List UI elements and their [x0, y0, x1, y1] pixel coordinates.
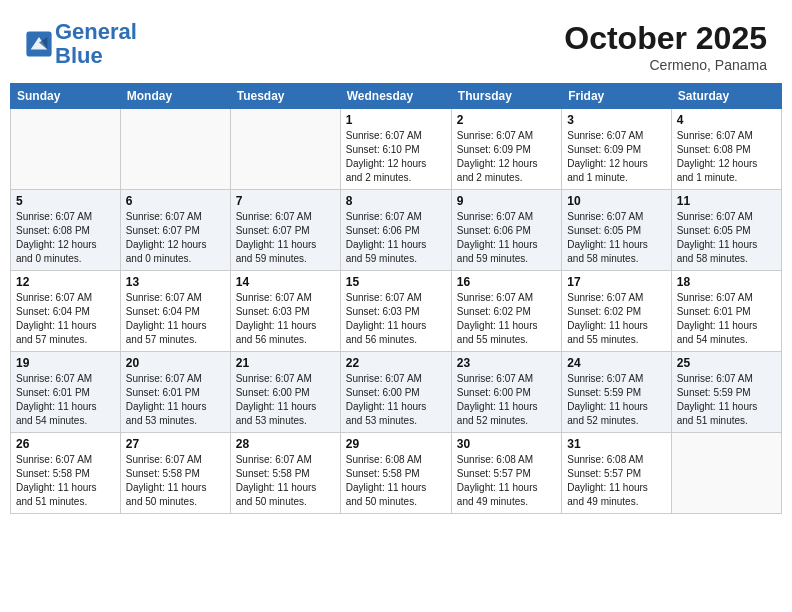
weekday-header: Wednesday: [340, 84, 451, 109]
calendar-cell: 9Sunrise: 6:07 AM Sunset: 6:06 PM Daylig…: [451, 190, 561, 271]
calendar-cell: 19Sunrise: 6:07 AM Sunset: 6:01 PM Dayli…: [11, 352, 121, 433]
calendar-cell: 3Sunrise: 6:07 AM Sunset: 6:09 PM Daylig…: [562, 109, 671, 190]
day-number: 8: [346, 194, 446, 208]
day-info: Sunrise: 6:08 AM Sunset: 5:57 PM Dayligh…: [567, 453, 665, 509]
calendar-cell: 1Sunrise: 6:07 AM Sunset: 6:10 PM Daylig…: [340, 109, 451, 190]
day-number: 18: [677, 275, 776, 289]
day-number: 20: [126, 356, 225, 370]
calendar-week-row: 1Sunrise: 6:07 AM Sunset: 6:10 PM Daylig…: [11, 109, 782, 190]
day-info: Sunrise: 6:07 AM Sunset: 6:09 PM Dayligh…: [567, 129, 665, 185]
calendar-cell: 30Sunrise: 6:08 AM Sunset: 5:57 PM Dayli…: [451, 433, 561, 514]
calendar-cell: 17Sunrise: 6:07 AM Sunset: 6:02 PM Dayli…: [562, 271, 671, 352]
month-title: October 2025: [564, 20, 767, 57]
calendar-week-row: 26Sunrise: 6:07 AM Sunset: 5:58 PM Dayli…: [11, 433, 782, 514]
logo-icon: [25, 30, 53, 58]
day-number: 4: [677, 113, 776, 127]
day-number: 23: [457, 356, 556, 370]
day-number: 5: [16, 194, 115, 208]
day-number: 17: [567, 275, 665, 289]
day-info: Sunrise: 6:07 AM Sunset: 5:59 PM Dayligh…: [677, 372, 776, 428]
day-number: 2: [457, 113, 556, 127]
day-info: Sunrise: 6:07 AM Sunset: 6:04 PM Dayligh…: [126, 291, 225, 347]
day-info: Sunrise: 6:07 AM Sunset: 6:02 PM Dayligh…: [567, 291, 665, 347]
day-number: 10: [567, 194, 665, 208]
day-info: Sunrise: 6:07 AM Sunset: 6:05 PM Dayligh…: [677, 210, 776, 266]
day-number: 14: [236, 275, 335, 289]
calendar-cell: 7Sunrise: 6:07 AM Sunset: 6:07 PM Daylig…: [230, 190, 340, 271]
day-number: 11: [677, 194, 776, 208]
calendar-cell: 15Sunrise: 6:07 AM Sunset: 6:03 PM Dayli…: [340, 271, 451, 352]
day-number: 31: [567, 437, 665, 451]
calendar-cell: [11, 109, 121, 190]
weekday-header: Tuesday: [230, 84, 340, 109]
day-number: 16: [457, 275, 556, 289]
day-info: Sunrise: 6:08 AM Sunset: 5:58 PM Dayligh…: [346, 453, 446, 509]
day-number: 7: [236, 194, 335, 208]
calendar-cell: 20Sunrise: 6:07 AM Sunset: 6:01 PM Dayli…: [120, 352, 230, 433]
calendar-cell: 28Sunrise: 6:07 AM Sunset: 5:58 PM Dayli…: [230, 433, 340, 514]
day-number: 27: [126, 437, 225, 451]
calendar-cell: 14Sunrise: 6:07 AM Sunset: 6:03 PM Dayli…: [230, 271, 340, 352]
calendar-week-row: 12Sunrise: 6:07 AM Sunset: 6:04 PM Dayli…: [11, 271, 782, 352]
calendar-cell: 13Sunrise: 6:07 AM Sunset: 6:04 PM Dayli…: [120, 271, 230, 352]
day-info: Sunrise: 6:07 AM Sunset: 6:00 PM Dayligh…: [236, 372, 335, 428]
calendar-cell: [120, 109, 230, 190]
day-number: 24: [567, 356, 665, 370]
day-number: 22: [346, 356, 446, 370]
title-block: October 2025 Cermeno, Panama: [564, 20, 767, 73]
calendar-cell: 4Sunrise: 6:07 AM Sunset: 6:08 PM Daylig…: [671, 109, 781, 190]
calendar-header-row: SundayMondayTuesdayWednesdayThursdayFrid…: [11, 84, 782, 109]
weekday-header: Monday: [120, 84, 230, 109]
calendar-cell: 11Sunrise: 6:07 AM Sunset: 6:05 PM Dayli…: [671, 190, 781, 271]
calendar-cell: 8Sunrise: 6:07 AM Sunset: 6:06 PM Daylig…: [340, 190, 451, 271]
weekday-header: Sunday: [11, 84, 121, 109]
calendar-cell: 2Sunrise: 6:07 AM Sunset: 6:09 PM Daylig…: [451, 109, 561, 190]
day-info: Sunrise: 6:07 AM Sunset: 6:01 PM Dayligh…: [126, 372, 225, 428]
calendar-cell: [671, 433, 781, 514]
location-subtitle: Cermeno, Panama: [564, 57, 767, 73]
day-number: 21: [236, 356, 335, 370]
day-info: Sunrise: 6:07 AM Sunset: 6:00 PM Dayligh…: [346, 372, 446, 428]
day-info: Sunrise: 6:07 AM Sunset: 6:05 PM Dayligh…: [567, 210, 665, 266]
day-info: Sunrise: 6:07 AM Sunset: 6:03 PM Dayligh…: [346, 291, 446, 347]
calendar-cell: 27Sunrise: 6:07 AM Sunset: 5:58 PM Dayli…: [120, 433, 230, 514]
day-number: 29: [346, 437, 446, 451]
day-info: Sunrise: 6:07 AM Sunset: 6:01 PM Dayligh…: [677, 291, 776, 347]
logo-line2: Blue: [55, 43, 103, 68]
day-info: Sunrise: 6:07 AM Sunset: 6:07 PM Dayligh…: [126, 210, 225, 266]
day-info: Sunrise: 6:07 AM Sunset: 6:08 PM Dayligh…: [677, 129, 776, 185]
calendar-cell: [230, 109, 340, 190]
calendar-cell: 31Sunrise: 6:08 AM Sunset: 5:57 PM Dayli…: [562, 433, 671, 514]
day-info: Sunrise: 6:07 AM Sunset: 6:07 PM Dayligh…: [236, 210, 335, 266]
calendar-cell: 26Sunrise: 6:07 AM Sunset: 5:58 PM Dayli…: [11, 433, 121, 514]
calendar-cell: 16Sunrise: 6:07 AM Sunset: 6:02 PM Dayli…: [451, 271, 561, 352]
day-info: Sunrise: 6:07 AM Sunset: 6:02 PM Dayligh…: [457, 291, 556, 347]
day-info: Sunrise: 6:07 AM Sunset: 6:00 PM Dayligh…: [457, 372, 556, 428]
day-number: 15: [346, 275, 446, 289]
day-info: Sunrise: 6:07 AM Sunset: 6:04 PM Dayligh…: [16, 291, 115, 347]
calendar-body: 1Sunrise: 6:07 AM Sunset: 6:10 PM Daylig…: [11, 109, 782, 514]
day-info: Sunrise: 6:07 AM Sunset: 5:59 PM Dayligh…: [567, 372, 665, 428]
day-info: Sunrise: 6:07 AM Sunset: 5:58 PM Dayligh…: [236, 453, 335, 509]
calendar-cell: 6Sunrise: 6:07 AM Sunset: 6:07 PM Daylig…: [120, 190, 230, 271]
calendar-cell: 5Sunrise: 6:07 AM Sunset: 6:08 PM Daylig…: [11, 190, 121, 271]
day-info: Sunrise: 6:07 AM Sunset: 6:06 PM Dayligh…: [346, 210, 446, 266]
calendar-table: SundayMondayTuesdayWednesdayThursdayFrid…: [10, 83, 782, 514]
day-number: 28: [236, 437, 335, 451]
calendar-cell: 18Sunrise: 6:07 AM Sunset: 6:01 PM Dayli…: [671, 271, 781, 352]
calendar-cell: 23Sunrise: 6:07 AM Sunset: 6:00 PM Dayli…: [451, 352, 561, 433]
day-number: 12: [16, 275, 115, 289]
day-info: Sunrise: 6:07 AM Sunset: 6:06 PM Dayligh…: [457, 210, 556, 266]
logo: General Blue: [25, 20, 137, 68]
day-info: Sunrise: 6:08 AM Sunset: 5:57 PM Dayligh…: [457, 453, 556, 509]
weekday-header: Saturday: [671, 84, 781, 109]
day-info: Sunrise: 6:07 AM Sunset: 6:01 PM Dayligh…: [16, 372, 115, 428]
calendar-cell: 12Sunrise: 6:07 AM Sunset: 6:04 PM Dayli…: [11, 271, 121, 352]
day-number: 1: [346, 113, 446, 127]
day-number: 3: [567, 113, 665, 127]
day-number: 30: [457, 437, 556, 451]
day-number: 25: [677, 356, 776, 370]
calendar-cell: 22Sunrise: 6:07 AM Sunset: 6:00 PM Dayli…: [340, 352, 451, 433]
day-number: 9: [457, 194, 556, 208]
calendar-cell: 21Sunrise: 6:07 AM Sunset: 6:00 PM Dayli…: [230, 352, 340, 433]
